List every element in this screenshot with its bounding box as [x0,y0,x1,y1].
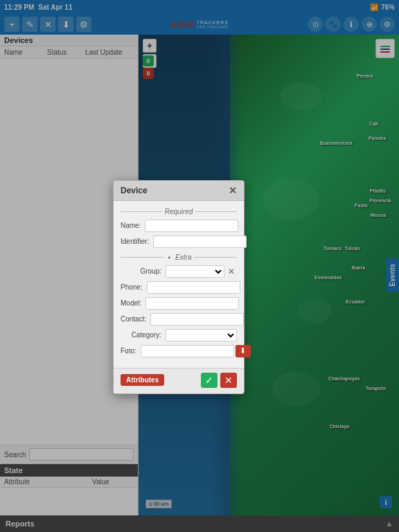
group-label: Group: [121,267,166,275]
identifier-label: Identifier: [121,238,153,245]
foto-label: Foto: [121,347,141,355]
name-label: Name: [121,222,145,229]
modal-title: Device [121,186,148,195]
modal-footer: Attributes ✓ ✕ [114,368,244,393]
name-input[interactable] [145,220,238,232]
model-label: Model: [121,299,145,307]
group-field-row: Group: ✕ [121,265,237,278]
model-field-row: Model: [121,297,237,310]
required-label: Required [165,208,193,215]
section-line-left [121,211,162,212]
attributes-button[interactable]: Attributes [121,374,164,386]
category-select[interactable] [166,329,237,342]
extra-line-right [194,257,237,258]
save-icon: ✓ [205,375,213,386]
extra-line-left [121,257,163,258]
foto-row: ⬇ [141,345,251,357]
model-input[interactable] [145,297,239,310]
foto-input[interactable] [141,345,234,357]
cancel-button[interactable]: ✕ [220,373,237,388]
modal-header: Device ✕ [114,181,244,201]
modal-body: Required Name: Identifier: ▪ Extra [114,201,244,368]
name-field-row: Name: [121,220,237,232]
contact-field-row: Contact: [121,313,237,326]
group-select[interactable] [166,265,224,278]
contact-input[interactable] [150,313,244,326]
extra-section-header: ▪ Extra [121,254,237,261]
save-button[interactable]: ✓ [201,373,218,388]
identifier-field-row: Identifier: [121,236,237,248]
required-section-header: Required [121,208,237,215]
extra-label: Extra [175,254,191,261]
phone-field-row: Phone: [121,281,237,294]
foto-field-row: Foto: ⬇ [121,345,237,357]
cancel-icon: ✕ [224,375,233,386]
foto-upload-button[interactable]: ⬇ [236,345,251,357]
phone-input[interactable] [147,281,240,294]
modal-overlay: Device ✕ Required Name: Identifier: [0,0,399,532]
group-clear-button[interactable]: ✕ [226,266,237,277]
footer-right: ✓ ✕ [201,373,237,388]
section-line-right [195,211,237,212]
category-label: Category: [121,331,166,339]
category-field-row: Category: [121,329,237,342]
modal-close-button[interactable]: ✕ [229,185,237,196]
footer-left: Attributes [121,374,164,386]
device-modal: Device ✕ Required Name: Identifier: [113,180,245,394]
phone-label: Phone: [121,283,147,291]
contact-label: Contact: [121,315,150,323]
extra-checkbox: ▪ [168,254,171,261]
group-row: ✕ [166,265,237,278]
identifier-input[interactable] [153,236,247,248]
